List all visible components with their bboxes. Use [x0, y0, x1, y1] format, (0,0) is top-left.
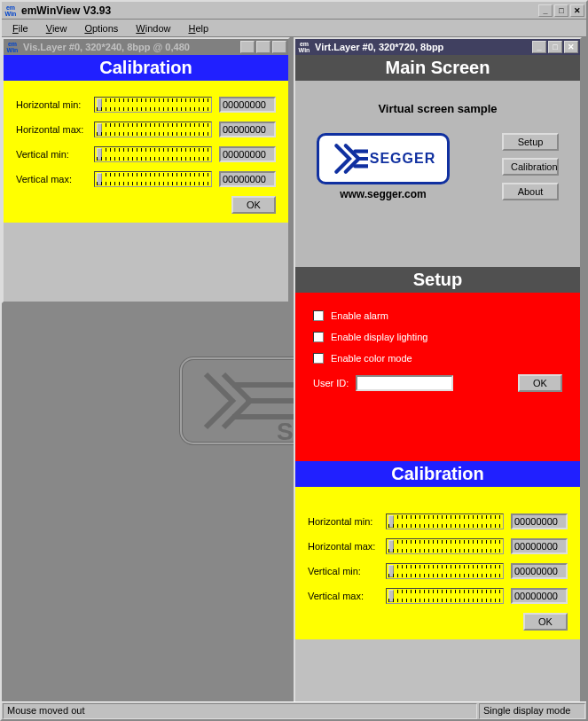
maximize-button[interactable]: □	[554, 4, 568, 17]
close-button[interactable]: ✕	[570, 4, 584, 17]
check-enable-lighting[interactable]: Enable display lighting	[313, 332, 562, 342]
child-close-button[interactable]: ✕	[564, 41, 578, 53]
calibration2-header: Calibration	[295, 461, 580, 487]
menu-window[interactable]: Window	[129, 21, 177, 35]
checkbox-icon[interactable]	[313, 310, 324, 321]
window-vis-layer-title-bar[interactable]: emWin Vis.Layer #0, 320*240, 8bpp @ 0,48…	[4, 39, 288, 55]
slider-thumb[interactable]	[97, 123, 102, 136]
slider-thumb[interactable]	[97, 173, 102, 185]
menu-help[interactable]: Help	[181, 21, 216, 35]
slider-thumb[interactable]	[388, 515, 394, 528]
calib-label: Vertical max:	[308, 591, 379, 601]
child-maximize-button[interactable]: □	[548, 41, 562, 53]
check-enable-alarm[interactable]: Enable alarm	[313, 310, 562, 321]
calib-value: 00000000	[511, 588, 568, 604]
window-vis-layer: emWin Vis.Layer #0, 320*240, 8bpp @ 0,48…	[2, 37, 290, 303]
mdi-client: SE emWin Vis.Layer #0, 320*240, 8bpp @ 0…	[2, 37, 586, 701]
slider-hmin[interactable]	[386, 513, 504, 529]
slider-thumb[interactable]	[97, 98, 102, 111]
status-bar: Mouse moved out Single display mode	[2, 701, 586, 719]
menu-file[interactable]: File	[5, 21, 35, 35]
child-close-button[interactable]: ✕	[272, 41, 286, 53]
calibration-button[interactable]: Calibration	[502, 158, 559, 176]
calibration2-ok-button[interactable]: OK	[523, 613, 568, 631]
main-screen-header: Main Screen	[295, 55, 580, 81]
menu-bar: File View Options Window Help	[2, 20, 586, 37]
calibration-panel: Horizontal min: 00000000 Horizontal max:…	[4, 81, 288, 223]
calib-value: 00000000	[219, 171, 276, 187]
checkbox-icon[interactable]	[313, 353, 324, 364]
segger-logo: SEGGER	[317, 133, 450, 184]
app-window: emWin emWinView V3.93 _ □ ✕ File View Op…	[0, 0, 588, 721]
calib2-row-vmax: Vertical max: 00000000	[308, 588, 568, 604]
slider-vmin[interactable]	[94, 146, 212, 162]
child-minimize-button[interactable]: _	[532, 41, 546, 53]
check-enable-color[interactable]: Enable color mode	[313, 353, 562, 364]
calib2-row-hmax: Horizontal max: 00000000	[308, 538, 568, 554]
setup-header: Setup	[295, 267, 580, 293]
status-left: Mouse moved out	[3, 703, 477, 719]
segger-arrow-icon	[331, 140, 368, 177]
calib-value: 00000000	[511, 538, 568, 554]
calib-label: Horizontal max:	[16, 124, 87, 135]
calib-label: Vertical min:	[16, 149, 87, 160]
window-vis-layer-body: Calibration Horizontal min: 00000000 Hor…	[4, 55, 288, 302]
window-icon: emWin	[297, 40, 311, 54]
logo-text: SEGGER	[370, 151, 435, 167]
slider-thumb[interactable]	[388, 565, 394, 577]
about-button[interactable]: About	[502, 183, 559, 200]
window-vis-layer-title: Vis.Layer #0, 320*240, 8bpp @ 0,480	[23, 42, 240, 52]
status-right: Single display mode	[479, 703, 585, 719]
calib-value: 00000000	[511, 513, 568, 529]
setup-ok-button[interactable]: OK	[518, 374, 562, 392]
window-virt-layer-title: Virt.Layer #0, 320*720, 8bpp	[315, 42, 532, 52]
logo-url: www.segger.com	[317, 188, 450, 200]
checkbox-icon[interactable]	[313, 332, 324, 342]
slider-vmin[interactable]	[386, 563, 504, 579]
slider-hmax[interactable]	[94, 121, 212, 137]
calib2-row-vmin: Vertical min: 00000000	[308, 563, 568, 579]
slider-hmax[interactable]	[386, 538, 504, 554]
user-id-label: User ID:	[313, 378, 349, 388]
slider-thumb[interactable]	[97, 148, 102, 161]
window-icon: emWin	[5, 40, 20, 54]
menu-options[interactable]: Options	[77, 21, 125, 35]
check-label: Enable display lighting	[331, 332, 427, 342]
menu-view[interactable]: View	[39, 21, 74, 35]
calib-row-vmin: Vertical min: 00000000	[16, 146, 276, 162]
calib-value: 00000000	[219, 97, 276, 113]
slider-hmin[interactable]	[94, 97, 212, 113]
minimize-button[interactable]: _	[538, 4, 553, 17]
user-id-input[interactable]	[356, 375, 453, 391]
calibration2-panel: Horizontal min: 00000000 Horizontal max:…	[295, 487, 580, 639]
calib-row-vmax: Vertical max: 00000000	[16, 171, 276, 187]
slider-thumb[interactable]	[388, 590, 394, 602]
calib-label: Horizontal min:	[308, 516, 379, 527]
calib-label: Horizontal max:	[308, 541, 379, 552]
calib-row-hmin: Horizontal min: 00000000	[16, 97, 276, 113]
check-label: Enable color mode	[331, 353, 412, 364]
main-sample-text: Virtual screen sample	[308, 102, 568, 115]
window-virt-layer-title-bar[interactable]: emWin Virt.Layer #0, 320*720, 8bpp _ □ ✕	[295, 39, 580, 55]
app-title: emWinView V3.93	[21, 4, 538, 17]
calib-value: 00000000	[511, 563, 568, 579]
slider-thumb[interactable]	[388, 540, 394, 553]
calib-label: Vertical max:	[16, 174, 87, 184]
window-virt-layer-body: Main Screen Virtual screen sample	[295, 55, 580, 701]
main-screen-panel: Virtual screen sample	[295, 81, 580, 267]
setup-button[interactable]: Setup	[502, 133, 559, 151]
child-maximize-button[interactable]: □	[256, 41, 270, 53]
calib2-row-hmin: Horizontal min: 00000000	[308, 513, 568, 529]
app-icon: emWin	[4, 4, 18, 18]
calib-value: 00000000	[219, 121, 276, 137]
window-virt-layer: emWin Virt.Layer #0, 320*720, 8bpp _ □ ✕…	[294, 37, 582, 701]
slider-vmax[interactable]	[94, 171, 212, 187]
check-label: Enable alarm	[331, 310, 388, 321]
calibration-header: Calibration	[4, 55, 288, 81]
slider-vmax[interactable]	[386, 588, 504, 604]
calib-value: 00000000	[219, 146, 276, 162]
calibration-ok-button[interactable]: OK	[231, 196, 276, 214]
app-title-bar: emWin emWinView V3.93 _ □ ✕	[2, 2, 586, 20]
calib-label: Vertical min:	[308, 566, 379, 576]
child-minimize-button[interactable]: _	[240, 41, 255, 53]
